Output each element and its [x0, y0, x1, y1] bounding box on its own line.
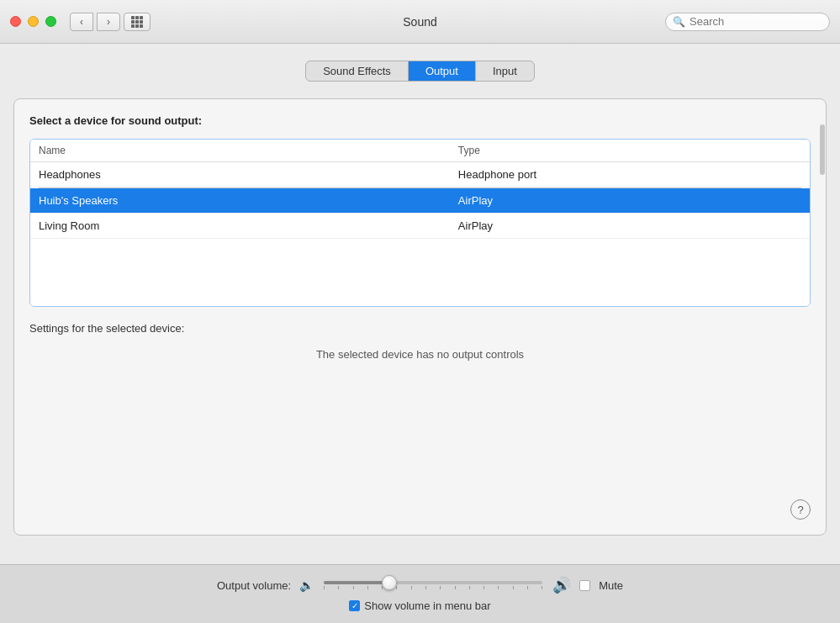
table-body: Headphones Headphone port Huib's Speaker… — [30, 162, 810, 306]
search-bar[interactable]: 🔍 — [665, 13, 830, 31]
back-icon: ‹ — [80, 16, 83, 28]
volume-label: Output volume: — [217, 579, 291, 592]
tab-sound-effects[interactable]: Sound Effects — [306, 61, 408, 81]
device-type: Headphone port — [458, 168, 801, 181]
bottom-bar: Output volume: 🔈 🔊 Mute ✓ Show volume in… — [0, 564, 840, 623]
device-name: Huib's Speakers — [39, 194, 458, 207]
device-type: AirPlay — [458, 194, 801, 207]
close-button[interactable] — [10, 16, 21, 27]
show-volume-checkbox[interactable]: ✓ — [349, 600, 360, 611]
back-button[interactable]: ‹ — [70, 13, 93, 31]
table-header: Name Type — [30, 140, 810, 162]
show-volume-label: Show volume in menu bar — [364, 599, 490, 612]
device-table: Name Type Headphones Headphone port Huib… — [29, 139, 811, 307]
forward-button[interactable]: › — [97, 13, 120, 31]
tab-output[interactable]: Output — [408, 61, 475, 81]
table-row[interactable]: Huib's Speakers AirPlay — [30, 188, 810, 214]
tab-input[interactable]: Input — [475, 61, 534, 81]
scrollbar-thumb[interactable] — [820, 124, 825, 175]
no-controls-text: The selected device has no output contro… — [29, 348, 811, 361]
scrollbar[interactable] — [819, 99, 826, 535]
device-name: Headphones — [39, 168, 458, 181]
nav-buttons: ‹ › — [70, 13, 120, 31]
volume-row: Output volume: 🔈 🔊 Mute — [217, 576, 623, 594]
minimize-button[interactable] — [28, 16, 39, 27]
search-icon: 🔍 — [673, 16, 685, 28]
slider-ticks — [322, 586, 544, 589]
volume-slider-fill — [324, 581, 389, 584]
volume-low-icon: 🔈 — [299, 578, 314, 592]
forward-icon: › — [107, 16, 110, 28]
mute-checkbox[interactable] — [579, 580, 590, 591]
tab-group: Sound Effects Output Input — [305, 61, 535, 82]
mute-label: Mute — [599, 579, 623, 592]
titlebar: ‹ › Sound 🔍 — [0, 0, 840, 44]
content-panel: Select a device for sound output: Name T… — [13, 98, 827, 536]
maximize-button[interactable] — [45, 16, 56, 27]
tab-bar: Sound Effects Output Input — [13, 61, 827, 82]
volume-high-icon: 🔊 — [552, 576, 571, 594]
device-type: AirPlay — [458, 219, 801, 232]
section-label: Select a device for sound output: — [29, 114, 811, 127]
traffic-lights — [10, 16, 56, 27]
table-row[interactable]: Headphones Headphone port — [30, 162, 810, 187]
show-volume-row: ✓ Show volume in menu bar — [349, 599, 490, 612]
search-input[interactable] — [689, 15, 822, 28]
help-button[interactable]: ? — [790, 499, 811, 520]
main-content: Sound Effects Output Input Select a devi… — [0, 44, 840, 564]
device-name: Living Room — [39, 219, 458, 232]
grid-view-button[interactable] — [124, 13, 151, 31]
volume-slider-track[interactable] — [324, 581, 542, 584]
grid-icon — [131, 16, 143, 28]
empty-rows — [30, 239, 810, 306]
settings-label: Settings for the selected device: — [29, 322, 811, 335]
window-title: Sound — [403, 15, 436, 29]
table-row[interactable]: Living Room AirPlay — [30, 214, 810, 239]
volume-slider-thumb[interactable] — [382, 575, 397, 590]
col-name-header: Name — [39, 145, 458, 156]
col-type-header: Type — [458, 145, 801, 156]
